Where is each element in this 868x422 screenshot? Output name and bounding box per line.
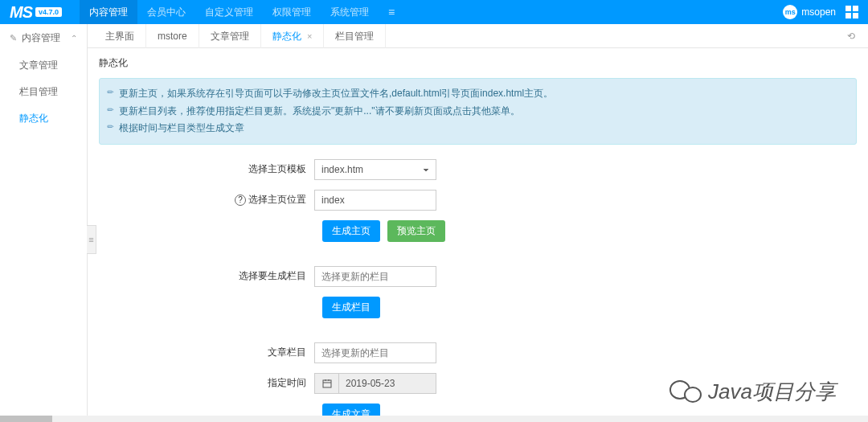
pin-icon: ✎ xyxy=(104,102,118,117)
sidebar: ✎ 内容管理 ⌃ 文章管理 栏目管理 静态化 xyxy=(0,24,88,422)
tab-static-label: 静态化 xyxy=(272,31,301,42)
svg-rect-0 xyxy=(323,380,331,387)
username[interactable]: msopen xyxy=(801,6,836,18)
preview-home-button[interactable]: 预览主页 xyxy=(387,220,445,242)
tab-column-manage[interactable]: 栏目管理 xyxy=(324,24,386,48)
article-column-input[interactable] xyxy=(314,342,436,363)
nav-more-icon[interactable]: ≡ xyxy=(379,6,404,18)
wechat-icon xyxy=(669,379,702,406)
chevron-up-icon: ⌃ xyxy=(71,34,77,43)
sidebar-title: 内容管理 xyxy=(22,31,60,45)
calendar-icon[interactable] xyxy=(314,373,338,394)
avatar[interactable]: ms xyxy=(783,5,797,19)
logo: MS xyxy=(10,3,32,22)
tab-static[interactable]: 静态化 × xyxy=(261,24,325,48)
tab-home[interactable]: 主界面 xyxy=(94,24,146,48)
pin-icon: ✎ xyxy=(104,120,118,134)
tab-bar: 主界面 mstore 文章管理 静态化 × 栏目管理 ⟲ xyxy=(88,24,868,48)
position-input[interactable] xyxy=(314,190,436,211)
generate-home-button[interactable]: 生成主页 xyxy=(322,220,380,242)
sidebar-header[interactable]: ✎ 内容管理 ⌃ xyxy=(0,24,87,52)
generate-column-button[interactable]: 生成栏目 xyxy=(322,297,380,318)
watermark: Java项目分享 xyxy=(669,378,836,406)
sidebar-item-article[interactable]: 文章管理 xyxy=(0,52,87,79)
info-alert: ✎更新主页，如果系统存在引导页面可以手动修改主页位置文件名,default.ht… xyxy=(99,78,857,145)
apps-grid-icon[interactable] xyxy=(845,6,858,18)
sidebar-item-static[interactable]: 静态化 xyxy=(0,105,87,132)
label-date: 指定时间 xyxy=(99,376,314,390)
alert-line-2: 更新栏目列表，推荐使用指定栏目更新。系统提示"更新中..."请不要刷新页面或点击… xyxy=(119,103,520,121)
content-panel: 静态化 ✎更新主页，如果系统存在引导页面可以手动修改主页位置文件名,defaul… xyxy=(88,48,868,422)
tab-article-manage[interactable]: 文章管理 xyxy=(199,24,261,48)
pin-icon: ✎ xyxy=(104,85,118,100)
edit-icon: ✎ xyxy=(10,33,17,43)
nav-content-manage[interactable]: 内容管理 xyxy=(80,0,137,24)
sidebar-item-column[interactable]: 栏目管理 xyxy=(0,79,87,105)
label-position: ?选择主页位置 xyxy=(99,193,314,207)
column-select-input[interactable] xyxy=(314,266,436,287)
nav-permission-manage[interactable]: 权限管理 xyxy=(263,0,321,24)
alert-line-3: 根据时间与栏目类型生成文章 xyxy=(119,120,244,137)
sidebar-collapse-handle[interactable]: ≡ xyxy=(87,225,96,254)
page-title: 静态化 xyxy=(99,56,857,70)
main-area: ≡ 主界面 mstore 文章管理 静态化 × 栏目管理 ⟲ 静态化 ✎更新主页… xyxy=(88,24,868,422)
label-article-column: 文章栏目 xyxy=(99,346,314,359)
nav-system-manage[interactable]: 系统管理 xyxy=(321,0,379,24)
scrollbar-thumb[interactable] xyxy=(0,416,52,422)
top-header: MS v4.7.0 内容管理 会员中心 自定义管理 权限管理 系统管理 ≡ ms… xyxy=(0,0,868,24)
label-template: 选择主页模板 xyxy=(99,162,314,176)
nav-member-center[interactable]: 会员中心 xyxy=(137,0,195,24)
alert-line-1: 更新主页，如果系统存在引导页面可以手动修改主页位置文件名,default.htm… xyxy=(119,85,553,103)
refresh-icon[interactable]: ⟲ xyxy=(841,31,862,42)
close-icon[interactable]: × xyxy=(307,31,312,41)
template-select[interactable]: index.htm xyxy=(314,159,436,180)
label-gen-column: 选择要生成栏目 xyxy=(99,269,314,283)
version-badge: v4.7.0 xyxy=(35,7,62,17)
horizontal-scrollbar[interactable] xyxy=(0,416,868,422)
help-icon[interactable]: ? xyxy=(235,195,246,206)
nav-custom-manage[interactable]: 自定义管理 xyxy=(195,0,263,24)
tab-mstore[interactable]: mstore xyxy=(146,24,199,48)
date-input[interactable] xyxy=(338,373,436,394)
